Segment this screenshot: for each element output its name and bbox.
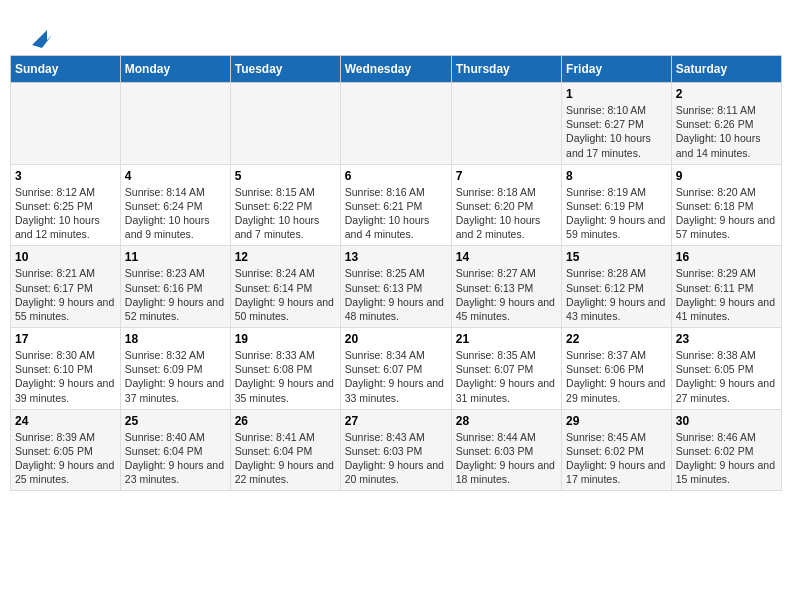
- calendar-week-row: 17Sunrise: 8:30 AM Sunset: 6:10 PM Dayli…: [11, 328, 782, 410]
- table-row: 2Sunrise: 8:11 AM Sunset: 6:26 PM Daylig…: [671, 83, 781, 165]
- day-number: 15: [566, 250, 667, 264]
- day-number: 13: [345, 250, 447, 264]
- day-info: Sunrise: 8:27 AM Sunset: 6:13 PM Dayligh…: [456, 266, 557, 323]
- col-sunday: Sunday: [11, 56, 121, 83]
- day-number: 27: [345, 414, 447, 428]
- table-row: 4Sunrise: 8:14 AM Sunset: 6:24 PM Daylig…: [120, 164, 230, 246]
- calendar-week-row: 24Sunrise: 8:39 AM Sunset: 6:05 PM Dayli…: [11, 409, 782, 491]
- day-info: Sunrise: 8:43 AM Sunset: 6:03 PM Dayligh…: [345, 430, 447, 487]
- day-number: 19: [235, 332, 336, 346]
- day-info: Sunrise: 8:18 AM Sunset: 6:20 PM Dayligh…: [456, 185, 557, 242]
- table-row: 15Sunrise: 8:28 AM Sunset: 6:12 PM Dayli…: [562, 246, 672, 328]
- table-row: 6Sunrise: 8:16 AM Sunset: 6:21 PM Daylig…: [340, 164, 451, 246]
- day-number: 18: [125, 332, 226, 346]
- col-tuesday: Tuesday: [230, 56, 340, 83]
- table-row: 20Sunrise: 8:34 AM Sunset: 6:07 PM Dayli…: [340, 328, 451, 410]
- day-info: Sunrise: 8:14 AM Sunset: 6:24 PM Dayligh…: [125, 185, 226, 242]
- day-info: Sunrise: 8:45 AM Sunset: 6:02 PM Dayligh…: [566, 430, 667, 487]
- day-number: 17: [15, 332, 116, 346]
- table-row: 7Sunrise: 8:18 AM Sunset: 6:20 PM Daylig…: [451, 164, 561, 246]
- day-number: 16: [676, 250, 777, 264]
- calendar-week-row: 1Sunrise: 8:10 AM Sunset: 6:27 PM Daylig…: [11, 83, 782, 165]
- day-info: Sunrise: 8:30 AM Sunset: 6:10 PM Dayligh…: [15, 348, 116, 405]
- table-row: 17Sunrise: 8:30 AM Sunset: 6:10 PM Dayli…: [11, 328, 121, 410]
- day-info: Sunrise: 8:35 AM Sunset: 6:07 PM Dayligh…: [456, 348, 557, 405]
- day-info: Sunrise: 8:39 AM Sunset: 6:05 PM Dayligh…: [15, 430, 116, 487]
- logo-text: [20, 20, 52, 50]
- day-info: Sunrise: 8:21 AM Sunset: 6:17 PM Dayligh…: [15, 266, 116, 323]
- col-saturday: Saturday: [671, 56, 781, 83]
- table-row: 11Sunrise: 8:23 AM Sunset: 6:16 PM Dayli…: [120, 246, 230, 328]
- day-number: 21: [456, 332, 557, 346]
- day-info: Sunrise: 8:28 AM Sunset: 6:12 PM Dayligh…: [566, 266, 667, 323]
- day-number: 25: [125, 414, 226, 428]
- day-number: 10: [15, 250, 116, 264]
- day-number: 30: [676, 414, 777, 428]
- day-info: Sunrise: 8:32 AM Sunset: 6:09 PM Dayligh…: [125, 348, 226, 405]
- day-number: 8: [566, 169, 667, 183]
- day-info: Sunrise: 8:34 AM Sunset: 6:07 PM Dayligh…: [345, 348, 447, 405]
- calendar-header-row: Sunday Monday Tuesday Wednesday Thursday…: [11, 56, 782, 83]
- svg-marker-0: [32, 30, 52, 48]
- day-number: 23: [676, 332, 777, 346]
- col-monday: Monday: [120, 56, 230, 83]
- day-info: Sunrise: 8:38 AM Sunset: 6:05 PM Dayligh…: [676, 348, 777, 405]
- table-row: 24Sunrise: 8:39 AM Sunset: 6:05 PM Dayli…: [11, 409, 121, 491]
- table-row: 5Sunrise: 8:15 AM Sunset: 6:22 PM Daylig…: [230, 164, 340, 246]
- day-info: Sunrise: 8:25 AM Sunset: 6:13 PM Dayligh…: [345, 266, 447, 323]
- day-info: Sunrise: 8:23 AM Sunset: 6:16 PM Dayligh…: [125, 266, 226, 323]
- table-row: 21Sunrise: 8:35 AM Sunset: 6:07 PM Dayli…: [451, 328, 561, 410]
- day-number: 4: [125, 169, 226, 183]
- day-info: Sunrise: 8:12 AM Sunset: 6:25 PM Dayligh…: [15, 185, 116, 242]
- day-info: Sunrise: 8:33 AM Sunset: 6:08 PM Dayligh…: [235, 348, 336, 405]
- day-info: Sunrise: 8:20 AM Sunset: 6:18 PM Dayligh…: [676, 185, 777, 242]
- day-info: Sunrise: 8:29 AM Sunset: 6:11 PM Dayligh…: [676, 266, 777, 323]
- table-row: 9Sunrise: 8:20 AM Sunset: 6:18 PM Daylig…: [671, 164, 781, 246]
- day-info: Sunrise: 8:44 AM Sunset: 6:03 PM Dayligh…: [456, 430, 557, 487]
- table-row: 8Sunrise: 8:19 AM Sunset: 6:19 PM Daylig…: [562, 164, 672, 246]
- table-row: [451, 83, 561, 165]
- day-number: 12: [235, 250, 336, 264]
- table-row: 25Sunrise: 8:40 AM Sunset: 6:04 PM Dayli…: [120, 409, 230, 491]
- day-number: 2: [676, 87, 777, 101]
- day-number: 9: [676, 169, 777, 183]
- day-number: 28: [456, 414, 557, 428]
- day-number: 3: [15, 169, 116, 183]
- table-row: [120, 83, 230, 165]
- day-number: 29: [566, 414, 667, 428]
- table-row: 19Sunrise: 8:33 AM Sunset: 6:08 PM Dayli…: [230, 328, 340, 410]
- table-row: 18Sunrise: 8:32 AM Sunset: 6:09 PM Dayli…: [120, 328, 230, 410]
- day-info: Sunrise: 8:24 AM Sunset: 6:14 PM Dayligh…: [235, 266, 336, 323]
- day-number: 1: [566, 87, 667, 101]
- day-info: Sunrise: 8:16 AM Sunset: 6:21 PM Dayligh…: [345, 185, 447, 242]
- col-wednesday: Wednesday: [340, 56, 451, 83]
- table-row: 27Sunrise: 8:43 AM Sunset: 6:03 PM Dayli…: [340, 409, 451, 491]
- table-row: 3Sunrise: 8:12 AM Sunset: 6:25 PM Daylig…: [11, 164, 121, 246]
- day-number: 20: [345, 332, 447, 346]
- day-number: 14: [456, 250, 557, 264]
- day-info: Sunrise: 8:37 AM Sunset: 6:06 PM Dayligh…: [566, 348, 667, 405]
- table-row: 10Sunrise: 8:21 AM Sunset: 6:17 PM Dayli…: [11, 246, 121, 328]
- day-number: 6: [345, 169, 447, 183]
- day-info: Sunrise: 8:10 AM Sunset: 6:27 PM Dayligh…: [566, 103, 667, 160]
- table-row: 14Sunrise: 8:27 AM Sunset: 6:13 PM Dayli…: [451, 246, 561, 328]
- day-info: Sunrise: 8:40 AM Sunset: 6:04 PM Dayligh…: [125, 430, 226, 487]
- day-number: 22: [566, 332, 667, 346]
- day-info: Sunrise: 8:41 AM Sunset: 6:04 PM Dayligh…: [235, 430, 336, 487]
- table-row: 23Sunrise: 8:38 AM Sunset: 6:05 PM Dayli…: [671, 328, 781, 410]
- day-info: Sunrise: 8:46 AM Sunset: 6:02 PM Dayligh…: [676, 430, 777, 487]
- calendar-week-row: 10Sunrise: 8:21 AM Sunset: 6:17 PM Dayli…: [11, 246, 782, 328]
- table-row: 26Sunrise: 8:41 AM Sunset: 6:04 PM Dayli…: [230, 409, 340, 491]
- day-number: 7: [456, 169, 557, 183]
- day-number: 24: [15, 414, 116, 428]
- table-row: 22Sunrise: 8:37 AM Sunset: 6:06 PM Dayli…: [562, 328, 672, 410]
- calendar-table: Sunday Monday Tuesday Wednesday Thursday…: [10, 55, 782, 491]
- table-row: 1Sunrise: 8:10 AM Sunset: 6:27 PM Daylig…: [562, 83, 672, 165]
- table-row: 12Sunrise: 8:24 AM Sunset: 6:14 PM Dayli…: [230, 246, 340, 328]
- logo: [20, 20, 52, 50]
- logo-icon: [22, 20, 52, 50]
- day-number: 5: [235, 169, 336, 183]
- table-row: 13Sunrise: 8:25 AM Sunset: 6:13 PM Dayli…: [340, 246, 451, 328]
- col-thursday: Thursday: [451, 56, 561, 83]
- day-info: Sunrise: 8:11 AM Sunset: 6:26 PM Dayligh…: [676, 103, 777, 160]
